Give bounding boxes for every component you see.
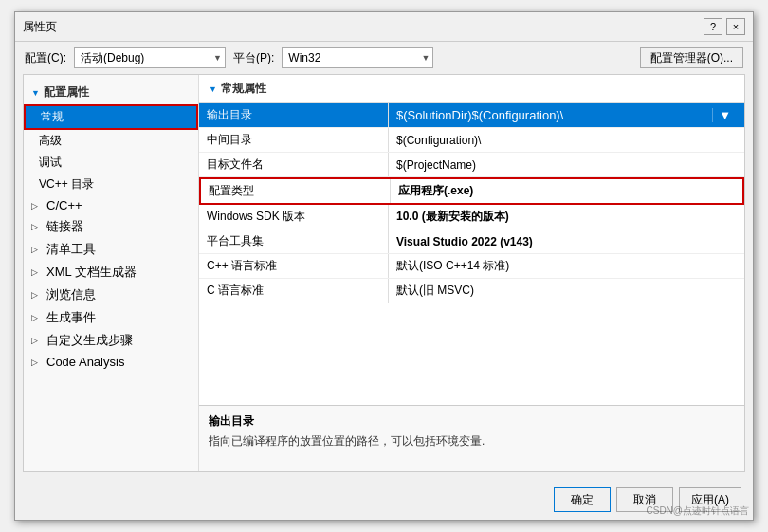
prop-name-c-standard: C 语言标准: [199, 279, 389, 303]
custom-arrow: ▷: [31, 336, 43, 345]
config-dropdown[interactable]: 活动(Debug): [74, 47, 226, 68]
prop-name-windows-sdk: Windows SDK 版本: [199, 205, 389, 229]
dialog-title: 属性页: [23, 19, 57, 35]
nav-group-custom-label: 自定义生成步骤: [46, 332, 133, 349]
watermark: CSDN@点迹时针点语言: [647, 504, 750, 518]
prop-row-c-standard[interactable]: C 语言标准 默认(旧 MSVC): [199, 279, 744, 303]
close-button[interactable]: ×: [726, 18, 745, 35]
nav-item-general[interactable]: 常规: [24, 104, 198, 130]
prop-row-target-name[interactable]: 目标文件名 $(ProjectName): [199, 153, 744, 177]
help-button[interactable]: ?: [704, 18, 722, 35]
config-dropdown-wrapper: 活动(Debug) ▼: [74, 47, 226, 68]
nav-group-manifest[interactable]: ▷ 清单工具: [24, 238, 198, 261]
code-analysis-arrow: ▷: [31, 358, 43, 367]
description-panel: 输出目录 指向已编译程序的放置位置的路径，可以包括环境变量.: [199, 405, 744, 471]
properties-dialog: 属性页 ? × 配置(C): 活动(Debug) ▼ 平台(P): Win32 …: [14, 11, 754, 521]
prop-row-intermediate-dir[interactable]: 中间目录 $(Configuration)\: [199, 128, 744, 153]
prop-name-config-type: 配置类型: [201, 179, 391, 203]
config-label: 配置(C):: [25, 50, 66, 66]
nav-group-build[interactable]: ▷ 生成事件: [24, 306, 198, 329]
title-bar-left: 属性页: [23, 19, 57, 35]
properties-table: 输出目录 $(SolutionDir)$(Configuration)\ ▼ 中…: [199, 103, 744, 405]
desc-text: 指向已编译程序的放置位置的路径，可以包括环境变量.: [209, 433, 735, 449]
prop-name-cpp-standard: C++ 语言标准: [199, 254, 389, 278]
left-panel: 配置属性 常规 高级 调试 VC++ 目录 ▷ C/C++ ▷ 链接器 ▷ 清单…: [24, 75, 199, 471]
prop-value-platform-toolset: Visual Studio 2022 (v143): [389, 229, 744, 253]
prop-name-intermediate-dir: 中间目录: [199, 128, 389, 152]
cpp-arrow: ▷: [31, 201, 43, 211]
prop-value-windows-sdk: 10.0 (最新安装的版本): [389, 205, 744, 229]
prop-value-config-type: 应用程序(.exe): [391, 179, 742, 203]
config-manager-button[interactable]: 配置管理器(O)...: [640, 47, 743, 68]
title-bar: 属性页 ? ×: [15, 12, 753, 42]
nav-group-manifest-label: 清单工具: [46, 241, 96, 258]
title-bar-controls: ? ×: [704, 18, 745, 35]
output-dir-dropdown-arrow[interactable]: ▼: [712, 108, 737, 122]
right-panel-header: 常规属性: [199, 75, 744, 103]
ok-button[interactable]: 确定: [554, 487, 611, 512]
prop-value-c-standard: 默认(旧 MSVC): [389, 279, 744, 303]
prop-value-intermediate-dir: $(Configuration)\: [389, 128, 744, 152]
left-panel-header: 配置属性: [24, 81, 198, 104]
prop-row-platform-toolset[interactable]: 平台工具集 Visual Studio 2022 (v143): [199, 229, 744, 254]
nav-item-vc-dirs[interactable]: VC++ 目录: [24, 174, 198, 195]
nav-item-debug[interactable]: 调试: [24, 152, 198, 174]
prop-row-config-type[interactable]: 配置类型 应用程序(.exe): [199, 177, 744, 205]
nav-group-browse-label: 浏览信息: [46, 286, 96, 303]
nav-item-advanced[interactable]: 高级: [24, 130, 198, 152]
nav-group-xml[interactable]: ▷ XML 文档生成器: [24, 261, 198, 284]
prop-value-target-name: $(ProjectName): [389, 153, 744, 176]
nav-group-xml-label: XML 文档生成器: [46, 264, 137, 281]
prop-name-output-dir: 输出目录: [199, 103, 389, 127]
prop-value-output-dir: $(SolutionDir)$(Configuration)\ ▼: [389, 103, 744, 127]
nav-group-linker-label: 链接器: [46, 218, 83, 235]
nav-group-cpp-label: C/C++: [46, 198, 82, 212]
config-bar: 配置(C): 活动(Debug) ▼ 平台(P): Win32 ▼ 配置管理器(…: [15, 42, 753, 74]
nav-group-cpp[interactable]: ▷ C/C++: [24, 195, 198, 215]
prop-value-cpp-standard: 默认(ISO C++14 标准): [389, 254, 744, 278]
platform-label: 平台(P):: [233, 50, 274, 66]
main-content: 配置属性 常规 高级 调试 VC++ 目录 ▷ C/C++ ▷ 链接器 ▷ 清单…: [23, 74, 745, 472]
nav-group-linker[interactable]: ▷ 链接器: [24, 215, 198, 238]
prop-row-output-dir[interactable]: 输出目录 $(SolutionDir)$(Configuration)\ ▼: [199, 103, 744, 128]
xml-arrow: ▷: [31, 267, 43, 277]
nav-group-build-label: 生成事件: [46, 309, 96, 326]
nav-group-code-analysis-label: Code Analysis: [46, 355, 124, 369]
manifest-arrow: ▷: [31, 245, 43, 254]
browse-arrow: ▷: [31, 290, 43, 300]
bottom-bar: 确定 取消 应用(A) CSDN@点迹时针点语言: [15, 480, 753, 520]
build-arrow: ▷: [31, 313, 43, 322]
prop-row-windows-sdk[interactable]: Windows SDK 版本 10.0 (最新安装的版本): [199, 205, 744, 229]
nav-group-code-analysis[interactable]: ▷ Code Analysis: [24, 352, 198, 372]
prop-value-output-dir-text: $(SolutionDir)$(Configuration)\: [396, 108, 563, 122]
prop-name-platform-toolset: 平台工具集: [199, 229, 389, 253]
prop-name-target-name: 目标文件名: [199, 153, 389, 176]
platform-dropdown[interactable]: Win32: [282, 47, 433, 68]
linker-arrow: ▷: [31, 222, 43, 231]
prop-row-cpp-standard[interactable]: C++ 语言标准 默认(ISO C++14 标准): [199, 254, 744, 279]
platform-dropdown-wrapper: Win32 ▼: [282, 47, 433, 68]
desc-title: 输出目录: [209, 413, 735, 430]
nav-group-custom[interactable]: ▷ 自定义生成步骤: [24, 329, 198, 352]
nav-group-browse[interactable]: ▷ 浏览信息: [24, 284, 198, 306]
right-panel: 常规属性 输出目录 $(SolutionDir)$(Configuration)…: [199, 75, 744, 471]
